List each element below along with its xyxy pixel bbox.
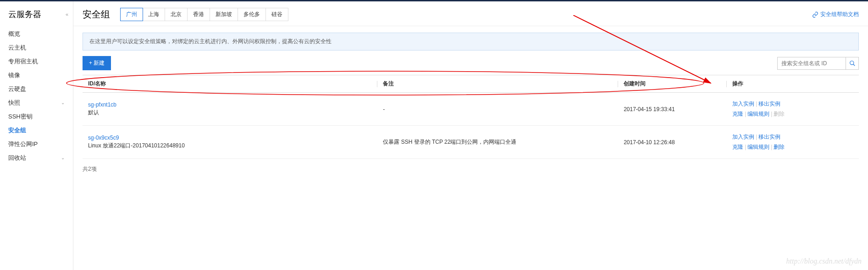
col-id-name: ID/名称 bbox=[83, 75, 377, 93]
action-delete: 删除 bbox=[774, 111, 785, 117]
sidebar-item-label: 弹性公网IP bbox=[8, 137, 38, 151]
sidebar-item-label: 云硬盘 bbox=[8, 82, 26, 96]
new-button[interactable]: + 新建 bbox=[83, 56, 111, 70]
sidebar-item-security-group[interactable]: 安全组 bbox=[0, 124, 73, 137]
sidebar-item-snapshot[interactable]: 快照⌄ bbox=[0, 96, 73, 110]
action-clone[interactable]: 克隆 bbox=[732, 144, 743, 150]
sidebar-collapse-button[interactable]: « bbox=[66, 11, 73, 19]
action-delete[interactable]: 删除 bbox=[774, 144, 785, 150]
action-edit-rules[interactable]: 编辑规则 bbox=[747, 144, 769, 150]
created-cell: 2017-04-10 12:26:48 bbox=[618, 126, 727, 159]
table-header-row: ID/名称 备注 创建时间 操作 bbox=[83, 75, 859, 93]
security-group-name: 默认 bbox=[88, 109, 99, 116]
header-row: 安全组 广州 上海 北京 香港 新加坡 多伦多 硅谷 安全组帮助文档 bbox=[73, 1, 868, 26]
svg-line-1 bbox=[853, 64, 855, 66]
sidebar-item-eip[interactable]: 弹性公网IP bbox=[0, 137, 73, 151]
sidebar-item-overview[interactable]: 概览 bbox=[0, 27, 73, 41]
remark-cell: 仅暴露 SSH 登录的 TCP 22端口到公网，内网端口全通 bbox=[377, 126, 618, 159]
sidebar-item-image[interactable]: 镜像 bbox=[0, 68, 73, 82]
footer-total: 共2项 bbox=[73, 159, 868, 180]
sidebar-item-label: 回收站 bbox=[8, 151, 26, 165]
region-tab-siliconvalley[interactable]: 硅谷 bbox=[266, 8, 288, 21]
security-group-id-link[interactable]: sg-pfxnt1cb bbox=[88, 101, 372, 108]
security-group-name: Linux 放通22端口-20170410122648910 bbox=[88, 142, 185, 149]
search-input[interactable] bbox=[777, 57, 846, 70]
action-join-instance[interactable]: 加入实例 bbox=[732, 134, 754, 140]
sidebar-item-label: 快照 bbox=[8, 96, 20, 110]
search-wrap bbox=[777, 57, 859, 70]
region-tabs: 广州 上海 北京 香港 新加坡 多伦多 硅谷 bbox=[120, 8, 288, 21]
col-created: 创建时间 bbox=[618, 75, 727, 93]
main-content: 安全组 广州 上海 北京 香港 新加坡 多伦多 硅谷 安全组帮助文档 在这里用户… bbox=[73, 1, 868, 270]
created-cell: 2017-04-15 19:33:41 bbox=[618, 93, 727, 126]
chevron-down-icon: ⌄ bbox=[61, 151, 65, 165]
search-icon bbox=[849, 60, 856, 67]
search-button[interactable] bbox=[846, 57, 859, 70]
table-row: sg-0x9cx5c9 Linux 放通22端口-201704101226489… bbox=[83, 126, 859, 159]
sidebar-item-cbs[interactable]: 云硬盘 bbox=[0, 82, 73, 96]
sidebar-item-dedicated-host[interactable]: 专用宿主机 bbox=[0, 55, 73, 68]
action-join-instance[interactable]: 加入实例 bbox=[732, 101, 754, 107]
actions-cell: 加入实例|移出实例 克隆|编辑规则|删除 bbox=[727, 126, 859, 159]
action-edit-rules[interactable]: 编辑规则 bbox=[747, 111, 769, 117]
watermark: http://blog.csdn.net/dfydn bbox=[786, 257, 862, 265]
sidebar-item-label: 专用宿主机 bbox=[8, 55, 38, 68]
sidebar-item-label: 安全组 bbox=[8, 124, 26, 137]
sidebar-item-label: 云主机 bbox=[8, 41, 26, 55]
sidebar-item-sshkey[interactable]: SSH密钥 bbox=[0, 110, 73, 124]
sidebar-item-label: SSH密钥 bbox=[8, 110, 33, 124]
svg-point-0 bbox=[850, 61, 853, 64]
action-remove-instance[interactable]: 移出实例 bbox=[758, 101, 780, 107]
region-tab-hongkong[interactable]: 香港 bbox=[188, 8, 210, 21]
sidebar-title: 云服务器 bbox=[0, 1, 73, 27]
region-tab-singapore[interactable]: 新加坡 bbox=[210, 8, 238, 21]
security-group-table: ID/名称 备注 创建时间 操作 sg-pfxnt1cb 默认 - 2017-0… bbox=[83, 75, 859, 159]
sidebar-item-label: 镜像 bbox=[8, 68, 20, 82]
sidebar-item-cvm[interactable]: 云主机 bbox=[0, 41, 73, 55]
region-tab-guangzhou[interactable]: 广州 bbox=[120, 8, 143, 21]
security-group-id-link[interactable]: sg-0x9cx5c9 bbox=[88, 135, 372, 141]
link-icon bbox=[812, 11, 818, 18]
help-doc-link[interactable]: 安全组帮助文档 bbox=[812, 11, 859, 18]
chevron-down-icon: ⌄ bbox=[61, 96, 65, 110]
col-remark: 备注 bbox=[377, 75, 618, 93]
actions-cell: 加入实例|移出实例 克隆|编辑规则|删除 bbox=[727, 93, 859, 126]
page-title: 安全组 bbox=[83, 8, 110, 21]
toolbar: + 新建 bbox=[73, 51, 868, 75]
info-banner: 在这里用户可以设定安全组策略，对绑定的云主机进行内、外网访问权限控制，提高公有云… bbox=[83, 33, 859, 51]
region-tab-beijing[interactable]: 北京 bbox=[165, 8, 188, 21]
col-actions: 操作 bbox=[727, 75, 859, 93]
table-row: sg-pfxnt1cb 默认 - 2017-04-15 19:33:41 加入实… bbox=[83, 93, 859, 126]
sidebar-item-label: 概览 bbox=[8, 27, 20, 41]
region-tab-toronto[interactable]: 多伦多 bbox=[238, 8, 266, 21]
help-link-label: 安全组帮助文档 bbox=[820, 11, 859, 18]
remark-cell: - bbox=[377, 93, 618, 126]
sidebar-item-recycle[interactable]: 回收站⌄ bbox=[0, 151, 73, 165]
region-tab-shanghai[interactable]: 上海 bbox=[143, 8, 165, 21]
sidebar: 云服务器 « 概览 云主机 专用宿主机 镜像 云硬盘 快照⌄ SSH密钥 安全组… bbox=[0, 1, 73, 270]
action-remove-instance[interactable]: 移出实例 bbox=[758, 134, 780, 140]
action-clone[interactable]: 克隆 bbox=[732, 111, 743, 117]
